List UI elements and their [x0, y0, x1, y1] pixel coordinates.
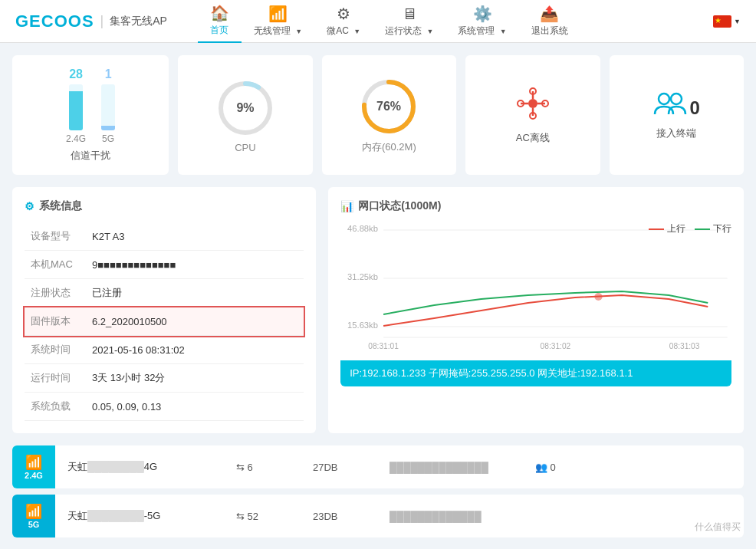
svg-text:15.63kb: 15.63kb [347, 321, 378, 330]
sysinfo-key-2: 注册状态 [25, 279, 86, 307]
wifi-2g-icon: 📶 [25, 454, 42, 471]
sysinfo-card: ⚙ 系统信息 设备型号K2T A3本机MAC9■■■■■■■■■■■■■注册状态… [12, 187, 316, 433]
channel-2g-label: 2.4G [66, 133, 86, 144]
nav-sysmanage[interactable]: ⚙️ 系统管理 ▼ [445, 0, 518, 43]
channel-5g-bar [101, 84, 115, 130]
wifi-2g-label: 2.4G [25, 471, 43, 480]
sysinfo-row-6: 系统负载0.05, 0.09, 0.13 [25, 393, 304, 421]
memory-label: 内存(60.2M) [362, 140, 416, 154]
legend-download: 下行 [695, 222, 731, 235]
wifi-5g-details: 天虹████████-5G ⇆ 52 23DB █████████████ [55, 509, 744, 523]
svg-point-14 [671, 94, 682, 104]
sysinfo-value-3: 6.2_2020010500 [86, 307, 304, 336]
cpu-card: 9% CPU [178, 55, 312, 175]
network-title-text: 网口状态(1000M) [358, 199, 441, 213]
svg-text:08:31:01: 08:31:01 [368, 342, 399, 350]
sysinfo-value-2: 已注册 [86, 279, 304, 307]
cpu-gauge: 9% [215, 77, 276, 139]
brand-name: GECOOS [15, 12, 94, 31]
wifi-5g-label: 5G [28, 520, 40, 529]
channel-2g-bar [69, 84, 83, 130]
sysmanage-icon: ⚙️ [473, 5, 492, 23]
middle-row: ⚙ 系统信息 设备型号K2T A3本机MAC9■■■■■■■■■■■■■注册状态… [12, 187, 744, 433]
network-chart-svg: 46.88kb 31.25kb 15.63kb 08:31:01 08:31:0… [340, 222, 731, 353]
svg-point-13 [659, 94, 669, 104]
terminal-count: 0 [690, 97, 700, 119]
logout-icon: 📤 [540, 5, 559, 23]
sysinfo-key-0: 设备型号 [25, 222, 86, 251]
memory-gauge-svg: 76% [358, 76, 419, 137]
download-line-icon [695, 228, 710, 230]
logo-divider: | [100, 13, 104, 29]
wifi-5g-name: 天虹████████-5G [67, 509, 205, 523]
cpu-gauge-svg: 9% [215, 77, 276, 139]
nav-sysmanage-label: 系统管理 ▼ [458, 25, 506, 38]
wifi-row-5g: 📶 5G 天虹████████-5G ⇆ 52 23DB ███████████… [12, 495, 744, 537]
ac-card: AC离线 [465, 55, 600, 175]
terminal-display: 0 [653, 90, 700, 127]
channel-bar-5g: 1 5G [101, 67, 115, 144]
wifi-row-2g: 📶 2.4G 天虹████████4G ⇆ 6 27DB ███████████… [12, 445, 744, 488]
channel-2g-fill [69, 91, 83, 130]
sysinfo-key-5: 运行时间 [25, 364, 86, 393]
main-content: 28 2.4G 1 5G 信道干扰 [0, 43, 756, 549]
sysinfo-value-5: 3天 13小时 32分 [86, 364, 304, 393]
ac-icon [514, 85, 551, 128]
terminal-label: 接入终端 [656, 127, 696, 140]
nav-logout-label: 退出系统 [531, 25, 568, 38]
svg-text:08:31:03: 08:31:03 [669, 342, 700, 350]
sysinfo-row-0: 设备型号K2T A3 [25, 222, 304, 251]
chart-area: 上行 下行 46.88kb 31.25kb 15.63kb [340, 222, 731, 360]
wifi-band-2g: 📶 2.4G [12, 445, 55, 488]
memory-card: 76% 内存(60.2M) [322, 55, 456, 175]
sysinfo-value-0: K2T A3 [86, 222, 304, 251]
channel-5g-label: 5G [102, 133, 114, 144]
header: GECOOS | 集客无线AP 🏠 首页 📶 无线管理 ▼ ⚙ 微AC ▼ 🖥 … [0, 0, 756, 43]
status-icon: 🖥 [402, 5, 417, 23]
nav-home[interactable]: 🏠 首页 [198, 0, 242, 43]
sysinfo-value-6: 0.05, 0.09, 0.13 [86, 393, 304, 421]
sysinfo-value-1: 9■■■■■■■■■■■■■ [86, 251, 304, 279]
wifi-2g-details: 天虹████████4G ⇆ 6 27DB ██████████████ 👥 0 [55, 460, 744, 474]
legend-download-label: 下行 [713, 222, 731, 235]
sysinfo-key-4: 系统时间 [25, 336, 86, 364]
wifi-5g-power: 23DB [313, 511, 359, 522]
nav-home-label: 首页 [210, 24, 228, 37]
header-right: ▼ [713, 15, 741, 28]
dropdown-arrow: ▼ [734, 18, 741, 25]
wifi-2g-channel: ⇆ 6 [236, 462, 282, 473]
sysinfo-title: ⚙ 系统信息 [25, 199, 304, 213]
memory-gauge: 76% [358, 76, 419, 137]
nav-status[interactable]: 🖥 运行状态 ▼ [373, 0, 445, 43]
language-flag[interactable] [713, 15, 731, 28]
stats-row: 28 2.4G 1 5G 信道干扰 [12, 55, 744, 175]
wifi-5g-channel: ⇆ 52 [236, 511, 282, 522]
wifi-2g-users: 👥 0 [535, 462, 556, 473]
sysinfo-key-1: 本机MAC [25, 251, 86, 279]
logo: GECOOS | 集客无线AP [15, 12, 167, 31]
memory-percent-text: 76% [376, 100, 401, 113]
nav-wireless[interactable]: 📶 无线管理 ▼ [242, 0, 314, 43]
ac-label: AC离线 [516, 131, 550, 145]
wifi-2g-power: 27DB [313, 462, 359, 473]
main-nav: 🏠 首页 📶 无线管理 ▼ ⚙ 微AC ▼ 🖥 运行状态 ▼ ⚙️ 系统管理 ▼ [198, 0, 713, 43]
wifi-2g-mac: ██████████████ [390, 462, 505, 473]
sysinfo-key-6: 系统负载 [25, 393, 86, 421]
svg-point-4 [528, 99, 537, 108]
channel-card: 28 2.4G 1 5G 信道干扰 [12, 55, 169, 175]
chart-legend: 上行 下行 [649, 222, 731, 235]
wireless-icon: 📶 [268, 5, 288, 23]
nav-status-label: 运行状态 ▼ [385, 25, 433, 38]
upload-line-icon [649, 228, 664, 230]
channel-content: 28 2.4G 1 5G [66, 67, 115, 144]
cpu-percent-text: 9% [236, 101, 254, 114]
sysinfo-row-1: 本机MAC9■■■■■■■■■■■■■ [25, 251, 304, 279]
network-info-bar: IP:192.168.1.233 子网掩码:255.255.255.0 网关地址… [340, 360, 731, 386]
home-icon: 🏠 [210, 4, 229, 22]
svg-text:08:31:02: 08:31:02 [541, 342, 571, 350]
sysinfo-row-4: 系统时间2021-05-16 08:31:02 [25, 336, 304, 364]
sysinfo-row-2: 注册状态已注册 [25, 279, 304, 307]
nav-logout[interactable]: 📤 退出系统 [519, 0, 580, 43]
sysinfo-row-5: 运行时间3天 13小时 32分 [25, 364, 304, 393]
nav-microac[interactable]: ⚙ 微AC ▼ [314, 0, 373, 43]
